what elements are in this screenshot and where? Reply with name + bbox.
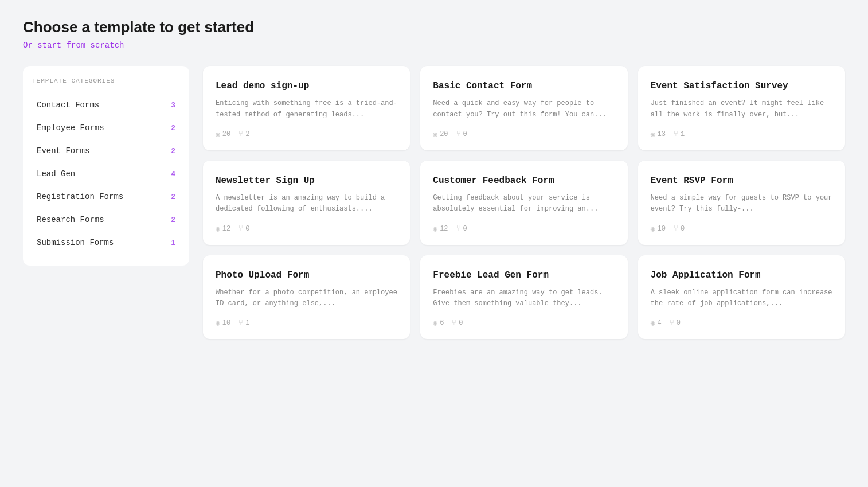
card-6[interactable]: Photo Upload Form Whether for a photo co… bbox=[203, 255, 410, 340]
sidebar-item-submission-forms[interactable]: Submission Forms 1 bbox=[32, 231, 180, 254]
sidebar-item-label: Event Forms bbox=[37, 146, 89, 155]
card-5[interactable]: Event RSVP Form Need a simple way for gu… bbox=[638, 161, 845, 245]
sidebar-item-label: Submission Forms bbox=[37, 238, 114, 247]
views-icon: ◉ bbox=[651, 318, 655, 328]
card-forks: ⑂ 0 bbox=[456, 224, 467, 233]
card-3[interactable]: Newsletter Sign Up A newsletter is an am… bbox=[203, 161, 410, 245]
views-count: 12 bbox=[440, 225, 448, 233]
card-forks: ⑂ 1 bbox=[238, 319, 249, 328]
card-description: Just finished an event? It might feel li… bbox=[651, 98, 832, 120]
views-count: 6 bbox=[440, 319, 444, 327]
sidebar-item-label: Contact Forms bbox=[37, 100, 99, 110]
card-forks: ⑂ 0 bbox=[670, 319, 681, 328]
card-views: ◉ 12 bbox=[216, 224, 230, 233]
sidebar-item-label: Employee Forms bbox=[37, 123, 104, 133]
forks-count: 0 bbox=[459, 319, 463, 327]
card-description: Enticing with something free is a tried-… bbox=[216, 98, 397, 120]
views-count: 10 bbox=[657, 225, 665, 233]
card-forks: ⑂ 0 bbox=[238, 224, 249, 233]
card-views: ◉ 20 bbox=[216, 130, 230, 139]
views-icon: ◉ bbox=[216, 318, 220, 328]
forks-count: 2 bbox=[245, 130, 249, 138]
forks-count: 1 bbox=[681, 130, 685, 138]
card-views: ◉ 20 bbox=[433, 130, 448, 139]
card-stats: ◉ 12 ⑂ 0 bbox=[216, 224, 397, 233]
sidebar-item-count: 2 bbox=[171, 147, 175, 155]
card-stats: ◉ 12 ⑂ 0 bbox=[433, 224, 615, 233]
card-1[interactable]: Basic Contact Form Need a quick and easy… bbox=[420, 66, 627, 150]
views-icon: ◉ bbox=[651, 130, 655, 139]
forks-icon: ⑂ bbox=[238, 130, 243, 138]
sidebar-item-employee-forms[interactable]: Employee Forms 2 bbox=[32, 116, 180, 139]
views-icon: ◉ bbox=[433, 130, 437, 139]
card-title: Job Application Form bbox=[651, 269, 832, 282]
sidebar-item-count: 1 bbox=[171, 239, 175, 247]
forks-icon: ⑂ bbox=[238, 224, 243, 233]
forks-icon: ⑂ bbox=[456, 224, 461, 233]
sidebar-item-count: 2 bbox=[171, 124, 175, 133]
card-title: Newsletter Sign Up bbox=[216, 174, 397, 187]
forks-count: 0 bbox=[463, 225, 467, 233]
views-icon: ◉ bbox=[216, 224, 220, 233]
views-count: 4 bbox=[657, 319, 661, 327]
views-icon: ◉ bbox=[651, 224, 655, 233]
card-2[interactable]: Event Satisfaction Survey Just finished … bbox=[638, 66, 845, 150]
card-stats: ◉ 20 ⑂ 2 bbox=[216, 130, 397, 139]
forks-count: 0 bbox=[245, 225, 249, 233]
card-views: ◉ 10 bbox=[651, 224, 666, 233]
card-title: Freebie Lead Gen Form bbox=[433, 269, 615, 282]
forks-icon: ⑂ bbox=[452, 319, 456, 328]
sidebar-item-contact-forms[interactable]: Contact Forms 3 bbox=[32, 93, 180, 116]
card-views: ◉ 10 bbox=[216, 318, 230, 328]
forks-icon: ⑂ bbox=[456, 130, 461, 138]
sidebar-item-lead-gen[interactable]: Lead Gen 4 bbox=[32, 162, 180, 185]
card-8[interactable]: Job Application Form A sleek online appl… bbox=[638, 255, 845, 340]
card-title: Event RSVP Form bbox=[651, 174, 832, 187]
forks-count: 0 bbox=[681, 225, 685, 233]
sidebar-item-label: Research Forms bbox=[37, 215, 104, 224]
forks-icon: ⑂ bbox=[674, 224, 678, 233]
scratch-link[interactable]: Or start from scratch bbox=[23, 41, 124, 50]
sidebar-item-count: 4 bbox=[171, 170, 175, 178]
card-title: Basic Contact Form bbox=[433, 80, 615, 92]
views-icon: ◉ bbox=[216, 130, 220, 139]
forks-count: 0 bbox=[677, 319, 681, 327]
card-description: Whether for a photo competition, an empl… bbox=[216, 287, 397, 309]
views-count: 12 bbox=[222, 225, 230, 233]
card-stats: ◉ 10 ⑂ 0 bbox=[651, 224, 832, 233]
card-views: ◉ 6 bbox=[433, 318, 444, 328]
views-count: 20 bbox=[440, 130, 448, 138]
forks-count: 0 bbox=[463, 130, 467, 138]
card-stats: ◉ 20 ⑂ 0 bbox=[433, 130, 615, 139]
forks-icon: ⑂ bbox=[674, 130, 678, 138]
sidebar-item-research-forms[interactable]: Research Forms 2 bbox=[32, 208, 180, 231]
sidebar-item-label: Lead Gen bbox=[37, 169, 75, 178]
main-layout: TEMPLATE CATEGORIES Contact Forms 3 Empl… bbox=[23, 66, 845, 339]
sidebar-items-container: Contact Forms 3 Employee Forms 2 Event F… bbox=[32, 93, 180, 254]
card-stats: ◉ 4 ⑂ 0 bbox=[651, 318, 832, 328]
sidebar: TEMPLATE CATEGORIES Contact Forms 3 Empl… bbox=[23, 66, 189, 266]
card-description: Freebies are an amazing way to get leads… bbox=[433, 287, 615, 309]
card-7[interactable]: Freebie Lead Gen Form Freebies are an am… bbox=[420, 255, 627, 340]
views-count: 20 bbox=[222, 130, 230, 138]
sidebar-item-event-forms[interactable]: Event Forms 2 bbox=[32, 139, 180, 162]
card-stats: ◉ 6 ⑂ 0 bbox=[433, 318, 615, 328]
card-title: Customer Feedback Form bbox=[433, 174, 615, 187]
forks-icon: ⑂ bbox=[238, 319, 243, 328]
views-icon: ◉ bbox=[433, 224, 437, 233]
forks-count: 1 bbox=[245, 319, 249, 327]
card-views: ◉ 13 bbox=[651, 130, 666, 139]
sidebar-item-count: 2 bbox=[171, 193, 175, 201]
card-forks: ⑂ 2 bbox=[238, 130, 249, 138]
card-title: Event Satisfaction Survey bbox=[651, 80, 832, 92]
forks-icon: ⑂ bbox=[670, 319, 674, 328]
card-description: Need a simple way for guests to RSVP to … bbox=[651, 193, 832, 215]
views-count: 10 bbox=[222, 319, 230, 327]
card-description: A sleek online application form can incr… bbox=[651, 287, 832, 309]
sidebar-item-registration-forms[interactable]: Registration Forms 2 bbox=[32, 185, 180, 208]
sidebar-item-label: Registration Forms bbox=[37, 192, 123, 201]
sidebar-item-count: 3 bbox=[171, 101, 175, 110]
card-0[interactable]: Lead demo sign-up Enticing with somethin… bbox=[203, 66, 410, 150]
card-4[interactable]: Customer Feedback Form Getting feedback … bbox=[420, 161, 627, 245]
card-description: Getting feedback about your service is a… bbox=[433, 193, 615, 215]
